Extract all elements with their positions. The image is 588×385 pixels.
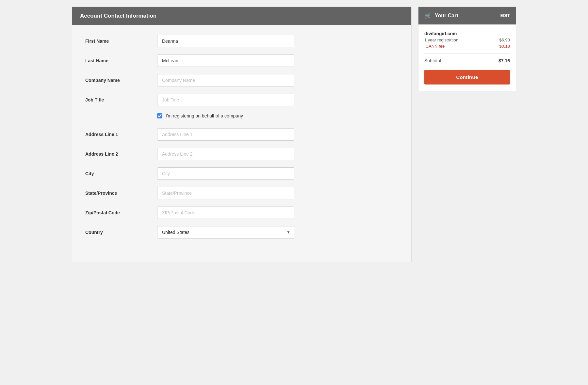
address-line2-row: Address Line 2 xyxy=(85,148,398,160)
first-name-input[interactable] xyxy=(157,35,294,47)
country-select-wrapper: United States Canada United Kingdom Aust… xyxy=(157,226,294,239)
cart-header: 🛒 Your Cart EDIT xyxy=(418,7,516,24)
cart-registration-line: 1 year registration $6.98 xyxy=(424,38,510,42)
cart-icann-label: ICANN fee xyxy=(424,44,445,49)
city-input[interactable] xyxy=(157,167,294,180)
zip-label: Zip/Postal Code xyxy=(85,210,157,215)
address-line1-row: Address Line 1 xyxy=(85,128,398,141)
company-name-input[interactable] xyxy=(157,74,294,86)
form-panel-header: Account Contact Information xyxy=(72,7,411,25)
cart-panel: 🛒 Your Cart EDIT divifangirl.com 1 year … xyxy=(418,7,516,91)
company-name-label: Company Name xyxy=(85,78,157,83)
state-row: State/Province xyxy=(85,187,398,199)
main-form-panel: Account Contact Information First Name L… xyxy=(72,7,412,262)
cart-subtotal-value: $7.16 xyxy=(498,58,510,63)
country-select[interactable]: United States Canada United Kingdom Aust… xyxy=(157,226,294,239)
address-line2-input[interactable] xyxy=(157,148,294,160)
cart-header-left: 🛒 Your Cart xyxy=(424,12,458,19)
cart-body: divifangirl.com 1 year registration $6.9… xyxy=(418,24,516,91)
address-line1-label: Address Line 1 xyxy=(85,132,157,137)
city-row: City xyxy=(85,167,398,180)
last-name-row: Last Name xyxy=(85,54,398,67)
address-line1-input[interactable] xyxy=(157,128,294,141)
cart-subtotal-row: Subtotal $7.16 xyxy=(424,58,510,63)
country-label: Country xyxy=(85,230,157,235)
cart-icon: 🛒 xyxy=(424,12,432,19)
last-name-label: Last Name xyxy=(85,58,157,63)
city-label: City xyxy=(85,171,157,176)
zip-row: Zip/Postal Code xyxy=(85,207,398,219)
job-title-row: Job Title xyxy=(85,94,398,106)
cart-subtotal-label: Subtotal xyxy=(424,58,441,63)
first-name-label: First Name xyxy=(85,38,157,44)
cart-registration-price: $6.98 xyxy=(499,38,510,42)
cart-divider xyxy=(424,53,510,54)
cart-icann-line: ICANN fee $0.18 xyxy=(424,44,510,49)
cart-registration-label: 1 year registration xyxy=(424,38,458,42)
company-checkbox[interactable] xyxy=(157,113,162,118)
company-name-row: Company Name xyxy=(85,74,398,86)
company-checkbox-row: I'm registering on behalf of a company xyxy=(157,113,398,118)
state-label: State/Province xyxy=(85,191,157,196)
cart-icann-price: $0.18 xyxy=(499,44,510,49)
job-title-input[interactable] xyxy=(157,94,294,106)
continue-button[interactable]: Continue xyxy=(424,70,510,85)
zip-input[interactable] xyxy=(157,207,294,219)
last-name-input[interactable] xyxy=(157,54,294,67)
state-input[interactable] xyxy=(157,187,294,199)
address-line2-label: Address Line 2 xyxy=(85,151,157,157)
cart-edit-button[interactable]: EDIT xyxy=(500,13,510,18)
job-title-label: Job Title xyxy=(85,97,157,102)
cart-title: Your Cart xyxy=(435,13,458,19)
first-name-row: First Name xyxy=(85,35,398,47)
panel-title: Account Contact Information xyxy=(80,13,156,19)
country-row: Country United States Canada United King… xyxy=(85,226,398,239)
form-body: First Name Last Name Company Name Job Ti… xyxy=(72,25,411,262)
cart-domain: divifangirl.com xyxy=(424,31,510,36)
company-checkbox-label: I'm registering on behalf of a company xyxy=(166,113,243,118)
